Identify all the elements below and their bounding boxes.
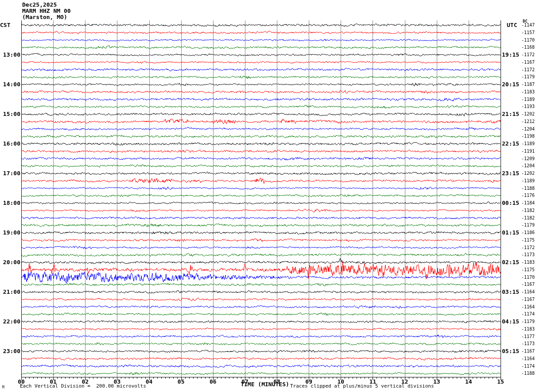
- hour-label-utc: 04:15: [502, 319, 519, 324]
- dc-offset-value: -1193: [521, 104, 535, 109]
- minute-tick-label: 15: [497, 379, 504, 384]
- hour-label-utc: 22:15: [502, 141, 519, 146]
- dc-offset-value: -1167: [521, 60, 535, 65]
- dc-offset-value: -1172: [521, 53, 535, 57]
- dc-offset-value: -1184: [521, 201, 535, 205]
- dc-offset-value: -1198: [521, 134, 535, 138]
- hour-label-cst: 15:00: [2, 111, 20, 117]
- hour-label-utc: 21:15: [502, 111, 519, 117]
- minute-tick-label: 12: [401, 379, 408, 384]
- dc-offset-value: -1179: [521, 223, 535, 227]
- dc-offset-value: -1167: [521, 282, 535, 287]
- dc-offset-value: -1188: [521, 371, 535, 376]
- dc-offset-value: -1204: [521, 127, 535, 131]
- station-code: MARM HHZ NM 00: [22, 8, 71, 14]
- dc-offset-value: -1183: [521, 260, 535, 265]
- dc-offset-value: -1174: [521, 312, 535, 316]
- hour-label-utc: 19:15: [502, 52, 519, 58]
- dc-offset-value: -1175: [521, 238, 535, 242]
- hour-label-utc: 03:15: [502, 289, 519, 295]
- dc-offset-value: -1170: [521, 275, 535, 280]
- dc-offset-value: -1173: [521, 253, 535, 257]
- dc-offset-value: -1176: [521, 193, 535, 198]
- minute-tick-label: 02: [82, 379, 89, 384]
- dc-offset-value: -1187: [521, 82, 535, 87]
- dc-offset-value: -1204: [521, 164, 535, 168]
- hour-label-utc: 20:15: [502, 81, 519, 87]
- hour-label-utc: 02:15: [502, 259, 519, 265]
- hour-label-cst: 19:00: [2, 230, 20, 235]
- dc-offset-value: -1164: [521, 357, 535, 361]
- hour-label-cst: 18:00: [2, 200, 20, 206]
- dc-offset-value: -1202: [521, 171, 535, 176]
- minute-tick-label: 10: [338, 379, 345, 384]
- minute-tick-label: 03: [114, 379, 121, 384]
- dc-offset-value: -1202: [521, 112, 535, 116]
- dc-offset-value: -1182: [521, 208, 535, 213]
- dc-offset-value: -1182: [521, 216, 535, 220]
- dc-offset-value: -1170: [521, 38, 535, 42]
- minute-tick-label: 04: [146, 379, 153, 384]
- minute-tick-label: 09: [305, 379, 312, 384]
- minute-tick-label: 11: [369, 379, 377, 384]
- hour-label-cst: 14:00: [2, 81, 20, 87]
- dc-offset-value: -1147: [521, 23, 535, 27]
- minute-tick-label: 14: [465, 379, 472, 384]
- dc-offset-value: -1189: [521, 179, 535, 183]
- left-timezone-label: CST: [0, 22, 10, 28]
- dc-offset-value: -1177: [521, 334, 535, 339]
- plot-date: Dec25,2025: [22, 2, 57, 8]
- minute-tick-label: 00: [18, 379, 25, 384]
- seismogram-plot: [0, 0, 536, 392]
- hour-label-cst: 21:00: [2, 289, 20, 295]
- hour-label-utc: 01:15: [502, 230, 519, 235]
- dc-offset-value: -1212: [521, 119, 535, 124]
- minute-tick-label: 01: [50, 379, 57, 384]
- minute-tick-label: 07: [241, 379, 249, 384]
- dc-offset-value: -1183: [521, 90, 535, 94]
- station-place: (Marston, MO): [22, 14, 67, 20]
- dc-offset-value: -1172: [521, 246, 535, 250]
- dc-offset-value: -1188: [521, 186, 535, 191]
- hour-label-cst: 23:00: [2, 348, 20, 354]
- minute-tick-label: 13: [433, 379, 440, 384]
- hour-label-utc: 23:15: [502, 170, 519, 176]
- hour-label-cst: 22:00: [2, 319, 20, 324]
- watermark-mark: M: [2, 386, 4, 389]
- dc-offset-value: -1183: [521, 327, 535, 331]
- dc-offset-value: -1168: [521, 45, 535, 50]
- dc-offset-value: -1189: [521, 97, 535, 102]
- minute-tick-label: 05: [178, 379, 185, 384]
- dc-offset-value: -1173: [521, 342, 535, 346]
- helicorder-page: Dec25,2025 MARM HHZ NM 00 (Marston, MO) …: [0, 0, 536, 392]
- dc-offset-value: -1209: [521, 157, 535, 161]
- minute-tick-label: 06: [210, 379, 217, 384]
- dc-offset-value: -1175: [521, 268, 535, 272]
- hour-label-cst: 16:00: [2, 141, 20, 146]
- dc-offset-value: -1189: [521, 142, 535, 146]
- dc-offset-value: -1179: [521, 319, 535, 324]
- right-timezone-label: UTC: [507, 22, 517, 28]
- dc-offset-value: -1167: [521, 349, 535, 354]
- dc-offset-value: -1157: [521, 31, 535, 35]
- hour-label-utc: 00:15: [502, 200, 519, 206]
- hour-label-utc: 05:15: [502, 348, 519, 354]
- dc-offset-value: -1164: [521, 290, 535, 294]
- minute-tick-label: 08: [273, 379, 280, 384]
- dc-offset-value: -1191: [521, 149, 535, 154]
- hour-label-cst: 20:00: [2, 259, 20, 265]
- dc-offset-value: -1179: [521, 75, 535, 79]
- dc-offset-value: -1174: [521, 364, 535, 369]
- dc-offset-value: -1186: [521, 231, 535, 235]
- hour-label-cst: 17:00: [2, 170, 20, 176]
- dc-offset-value: -1167: [521, 297, 535, 302]
- dc-offset-value: -1164: [521, 305, 535, 309]
- hour-label-cst: 13:00: [2, 52, 20, 58]
- dc-offset-value: -1172: [521, 68, 535, 72]
